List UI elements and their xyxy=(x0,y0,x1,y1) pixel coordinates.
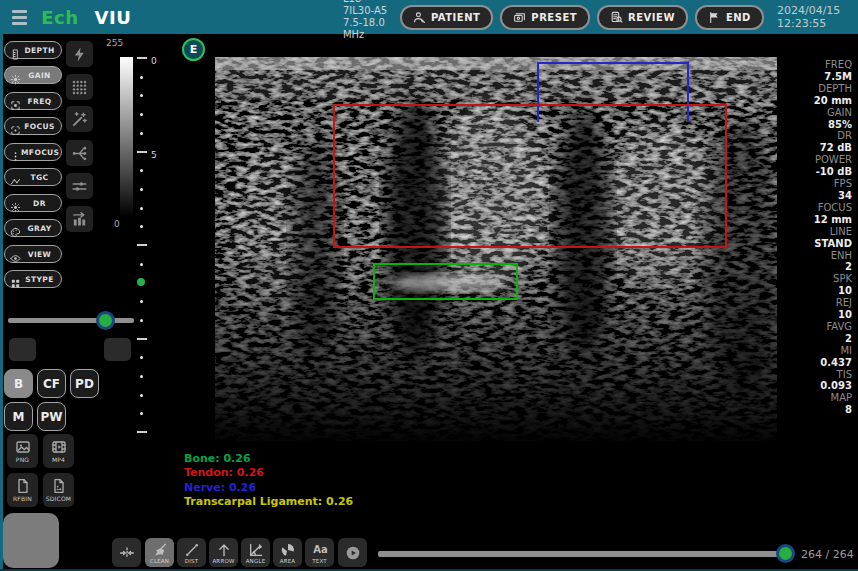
flash-tool-button[interactable] xyxy=(66,41,93,67)
preset-icon xyxy=(513,11,526,24)
roi-box-bone xyxy=(373,263,518,300)
param-label: TIS xyxy=(814,369,852,381)
ruler-label: 0 xyxy=(151,56,157,66)
focus-position-marker[interactable] xyxy=(137,278,145,286)
arrow-button[interactable]: ARROW xyxy=(209,538,238,567)
save-png-button[interactable]: PNG xyxy=(7,434,38,468)
text-button[interactable]: AaTEXT xyxy=(305,538,334,567)
grid-icon xyxy=(71,79,88,96)
sidebar-item-label: VIEW xyxy=(21,250,61,259)
decrease-button[interactable] xyxy=(9,338,36,361)
sidebar-item-tgc[interactable]: TGC xyxy=(4,168,62,186)
crosshair-icon xyxy=(119,545,135,561)
dr-icon xyxy=(10,198,21,209)
sidebar-item-freq[interactable]: FREQ xyxy=(4,92,62,110)
arrow-icon xyxy=(216,542,232,558)
sidebar-item-dr[interactable]: DR xyxy=(4,194,62,212)
param-label: FREQ xyxy=(814,59,852,71)
sidebar-item-view[interactable]: VIEW xyxy=(4,245,62,263)
end-button[interactable]: END xyxy=(695,5,764,30)
grayscale-max-label: 255 xyxy=(106,38,123,48)
cine-slider-track[interactable] xyxy=(378,551,794,557)
mode-button-pd[interactable]: PD xyxy=(70,369,99,398)
param-label: MI xyxy=(814,345,852,357)
crosshair-button[interactable] xyxy=(112,538,141,567)
ultrasound-image[interactable] xyxy=(215,57,777,441)
param-label: LINE xyxy=(814,226,852,238)
sidebar-item-label: GRAY xyxy=(21,224,61,233)
sidebar-item-gray[interactable]: GRAY xyxy=(4,219,62,237)
param-label: DEPTH xyxy=(814,83,852,95)
param-label: SPK xyxy=(814,273,852,285)
sidebar-item-label: DEPTH xyxy=(21,46,61,55)
probe-info[interactable]: L18-7IL30-A5 7.5-18.0 MHz xyxy=(319,0,388,41)
grid-tool-button[interactable] xyxy=(66,74,93,100)
sidebar-item-stype[interactable]: STYPE xyxy=(4,270,62,288)
sidebar-item-depth[interactable]: DEPTH xyxy=(4,41,62,59)
chart-tool-button[interactable] xyxy=(66,206,93,232)
toolbar-button-label: TEXT xyxy=(312,558,327,564)
angle-button[interactable]: ANGLE xyxy=(241,538,270,567)
param-value: 7.5M xyxy=(814,71,852,83)
annotation-text: Nerve: 0.26 xyxy=(184,481,353,495)
param-label: ENH xyxy=(814,250,852,262)
mode-button-b[interactable]: B xyxy=(4,369,33,398)
sidebar-item-mfocus[interactable]: MFOCUS xyxy=(4,143,62,161)
roi-box-tendon xyxy=(333,104,727,248)
sdicom-icon xyxy=(51,478,67,494)
chart-icon xyxy=(71,211,88,228)
save-button-label: RFBIN xyxy=(13,495,32,502)
depth-ruler: 05 xyxy=(136,57,162,442)
param-label: FAVG xyxy=(814,321,852,333)
clean-button[interactable]: CLEAN xyxy=(145,538,174,567)
wand-tool-button[interactable] xyxy=(66,106,93,132)
menu-icon[interactable] xyxy=(12,10,27,25)
patient-button[interactable]: PATIENT xyxy=(400,5,493,30)
save-mp4-button[interactable]: MP4 xyxy=(43,434,74,468)
gain-slider-thumb[interactable] xyxy=(96,311,115,330)
param-value: 34 xyxy=(814,190,852,202)
text-icon: Aa xyxy=(312,542,328,558)
echoviu-app: Ech VIU L18-7IL30-A5 7.5-18.0 MHz PATIEN… xyxy=(0,0,858,571)
increase-button[interactable] xyxy=(104,338,131,361)
mode-button-m[interactable]: M xyxy=(4,402,33,431)
save-sdicom-button[interactable]: SDICOM xyxy=(43,473,74,507)
preset-button[interactable]: PRESET xyxy=(500,5,590,30)
button-label: PRESET xyxy=(531,12,577,23)
sidebar-item-label: STYPE xyxy=(21,275,61,284)
area-button[interactable]: AREA xyxy=(273,538,302,567)
flash-icon xyxy=(71,46,88,63)
sliders-icon xyxy=(71,178,88,195)
play-icon xyxy=(345,545,361,561)
probe-frequency-range: 7.5-18.0 MHz xyxy=(343,17,388,41)
param-label: FPS xyxy=(814,178,852,190)
cine-slider-thumb[interactable] xyxy=(776,544,795,563)
grayscale-bar xyxy=(120,57,133,217)
param-label: FOCUS xyxy=(814,202,852,214)
end-icon xyxy=(708,11,721,24)
branch-icon xyxy=(71,145,88,162)
parameter-readout: FREQ7.5MDEPTH20 mmGAIN85%DR72 dBPOWER-10… xyxy=(814,59,852,416)
toolbar-button-label: ANGLE xyxy=(246,558,266,564)
play-button[interactable] xyxy=(338,538,367,567)
branch-tool-button[interactable] xyxy=(66,140,93,166)
clean-icon xyxy=(152,542,168,558)
mfocus-icon xyxy=(10,147,21,158)
sidebar-item-focus[interactable]: FOCUS xyxy=(4,117,62,135)
signal-wave-icon xyxy=(80,9,95,26)
dist-button[interactable]: DIST xyxy=(177,538,206,567)
save-rfbin-button[interactable]: RFBIN xyxy=(7,473,38,507)
annotation-list: Bone: 0.26Tendon: 0.26Nerve: 0.26Transca… xyxy=(184,452,353,509)
sidebar-item-label: FREQ xyxy=(21,97,61,106)
gain-slider-track[interactable] xyxy=(8,318,134,323)
sliders-tool-button[interactable] xyxy=(66,173,93,199)
mode-button-pw[interactable]: PW xyxy=(37,402,66,431)
review-button[interactable]: REVIEW xyxy=(597,5,688,30)
save-button-label: PNG xyxy=(16,456,29,463)
sidebar-item-gain[interactable]: GAIN xyxy=(4,66,62,84)
param-value: 12 mm xyxy=(814,214,852,226)
param-value: 0.093 xyxy=(814,380,852,392)
mode-button-cf[interactable]: CF xyxy=(37,369,66,398)
map-badge: E xyxy=(182,38,205,61)
freeze-button[interactable] xyxy=(3,513,59,568)
